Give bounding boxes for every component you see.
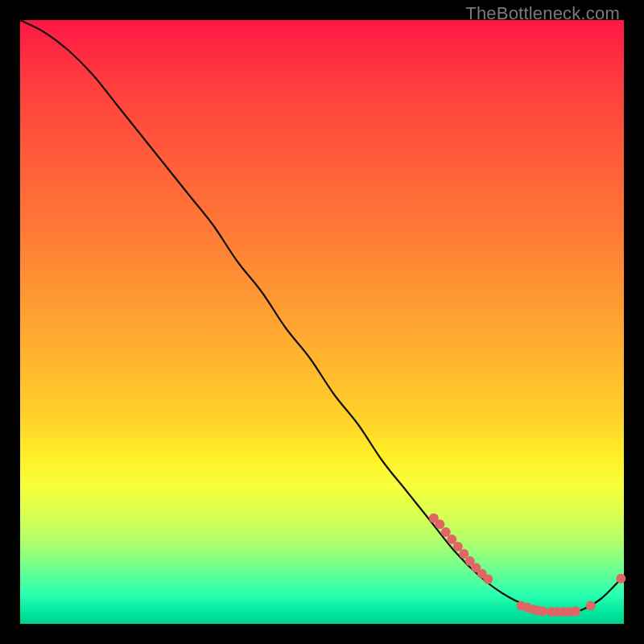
chart-stage: TheBottleneck.com	[0, 0, 644, 644]
cluster-point	[435, 519, 444, 529]
plot-area	[20, 20, 624, 624]
data-points-group	[429, 514, 626, 617]
cluster-point	[571, 606, 580, 616]
cluster-point	[586, 601, 596, 611]
cluster-point	[483, 575, 493, 584]
chart-svg	[20, 20, 624, 624]
cluster-point	[539, 606, 548, 616]
cluster-point	[616, 574, 625, 584]
bottleneck-curve	[20, 20, 624, 613]
